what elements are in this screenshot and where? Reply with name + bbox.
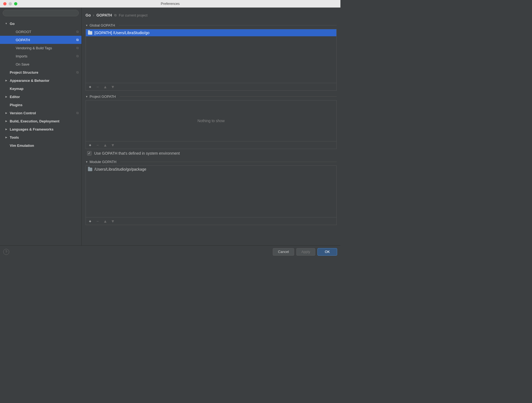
chevron-down-icon: ▼ [4,22,8,25]
sidebar-item[interactable]: Vendoring & Build Tags⧉ [0,44,81,52]
copy-icon: ⧉ [76,111,79,115]
copy-icon: ⧉ [76,30,79,34]
sidebar-item-label: Go [10,22,79,26]
list-item[interactable]: [GOPATH] /Users/LibraStudio/go [86,29,336,36]
sidebar-item[interactable]: ▶Build, Execution, Deployment [0,117,81,125]
sidebar-item[interactable]: ▶Appearance & Behavior [0,76,81,84]
sidebar-item[interactable]: ▼Go [0,20,81,28]
remove-button[interactable]: − [96,143,100,147]
settings-tree: ▼GoGOROOT⧉GOPATH⧉Vendoring & Build Tags⧉… [0,18,81,245]
project-gopath-list[interactable]: Nothing to show [86,100,336,141]
section-header-global[interactable]: ▼ Global GOPATH [86,22,337,28]
chevron-down-icon: ▼ [86,95,88,98]
section-header-module[interactable]: ▼ Module GOPATH [86,159,337,165]
sidebar-item-label: Appearance & Behavior [10,79,79,83]
sidebar-item-label: Imports [16,54,76,58]
sidebar-item[interactable]: Vim Emulation [0,141,81,150]
move-up-button[interactable]: ▲ [103,219,107,223]
sidebar-item-label: On Save [16,62,79,66]
sidebar-item[interactable]: ▶Languages & Frameworks [0,125,81,133]
module-gopath-section: ▼ Module GOPATH /Users/LibraStudio/go/pa… [86,159,337,225]
module-gopath-list[interactable]: /Users/LibraStudio/go/package [86,166,336,217]
sidebar-item[interactable]: ▶Editor [0,93,81,101]
sidebar-item-label: Editor [10,95,79,99]
project-gopath-section: ▼ Project GOPATH Nothing to show + − ▲ ▼ [86,93,337,149]
maximize-window-button[interactable] [14,2,17,5]
close-window-button[interactable] [3,2,6,5]
remove-button[interactable]: − [96,84,100,89]
module-list-toolbar: + − ▲ ▼ [86,217,336,225]
sidebar-item-label: Plugins [10,103,79,107]
use-system-gopath-row[interactable]: Use GOPATH that's defined in system envi… [86,149,337,158]
breadcrumb-scope: For current project [119,13,147,17]
sidebar-item[interactable]: Plugins [0,101,81,109]
sidebar-item-label: Keymap [10,87,79,91]
sidebar-item[interactable]: Imports⧉ [0,52,81,60]
sidebar-item[interactable]: Project Structure⧉ [0,68,81,76]
sidebar-item-label: Version Control [10,111,76,115]
sidebar-item-label: Project Structure [10,70,76,74]
copy-icon: ⧉ [76,46,79,50]
help-button[interactable]: ? [3,249,9,255]
move-down-button[interactable]: ▼ [111,143,115,147]
add-button[interactable]: + [88,84,92,89]
scope-icon: ⧉ [114,13,117,17]
minimize-window-button[interactable] [9,2,12,5]
divider [120,162,337,162]
sidebar-item[interactable]: GOPATH⧉ [0,36,81,44]
global-gopath-section: ▼ Global GOPATH [GOPATH] /Users/LibraStu… [86,22,337,91]
sidebar-item-label: Vendoring & Build Tags [16,46,76,50]
list-item-label: [GOPATH] /Users/LibraStudio/go [94,31,149,35]
folder-icon [88,168,92,171]
checkbox-label: Use GOPATH that's defined in system envi… [94,151,180,155]
sidebar-item[interactable]: GOROOT⧉ [0,28,81,36]
copy-icon: ⧉ [76,54,79,58]
breadcrumb-separator: › [93,13,94,17]
section-header-project[interactable]: ▼ Project GOPATH [86,93,337,100]
content-pane: Go › GOPATH ⧉ For current project ▼ Glob… [82,8,340,245]
move-down-button[interactable]: ▼ [111,219,115,223]
sidebar-item[interactable]: ▶Tools [0,133,81,141]
ok-button[interactable]: OK [317,248,337,256]
sidebar-item-label: Languages & Frameworks [10,127,79,131]
list-item[interactable]: /Users/LibraStudio/go/package [86,166,336,173]
window-title: Preferences [161,2,180,6]
chevron-right-icon: ▶ [4,95,8,98]
copy-icon: ⧉ [76,38,79,42]
sidebar-item[interactable]: Keymap [0,84,81,93]
apply-button[interactable]: Apply [296,248,316,256]
add-button[interactable]: + [88,143,92,147]
use-system-gopath-checkbox[interactable] [87,151,91,155]
move-up-button[interactable]: ▲ [103,84,107,89]
divider [120,96,337,97]
sidebar-item-label: Vim Emulation [10,144,79,148]
add-button[interactable]: + [88,219,92,223]
sidebar-item-label: GOPATH [16,38,76,42]
chevron-right-icon: ▶ [4,79,8,82]
sidebar-item[interactable]: ▶Version Control⧉ [0,109,81,117]
move-down-button[interactable]: ▼ [111,84,115,89]
remove-button[interactable]: − [96,219,100,223]
empty-placeholder: Nothing to show [86,100,336,141]
sidebar-item-label: Build, Execution, Deployment [10,119,79,123]
search-input[interactable] [3,10,79,16]
global-gopath-list[interactable]: [GOPATH] /Users/LibraStudio/go [86,29,336,83]
cancel-button[interactable]: Cancel [273,248,294,256]
sidebar-item-label: GOROOT [16,30,76,34]
chevron-right-icon: ▶ [4,128,8,131]
chevron-right-icon: ▶ [4,136,8,139]
chevron-right-icon: ▶ [4,120,8,122]
folder-icon [88,31,92,35]
move-up-button[interactable]: ▲ [103,143,107,147]
sidebar: 🔍 ▼GoGOROOT⧉GOPATH⧉Vendoring & Build Tag… [0,8,82,245]
section-title: Module GOPATH [90,160,116,164]
breadcrumb-parent: Go [86,13,91,17]
sidebar-item[interactable]: On Save [0,60,81,68]
title-bar: Preferences [0,0,340,8]
copy-icon: ⧉ [76,70,79,74]
chevron-right-icon: ▶ [4,112,8,114]
chevron-down-icon: ▼ [86,161,88,163]
global-list-toolbar: + − ▲ ▼ [86,83,336,90]
sidebar-item-label: Tools [10,135,79,139]
section-title: Global GOPATH [90,23,115,27]
